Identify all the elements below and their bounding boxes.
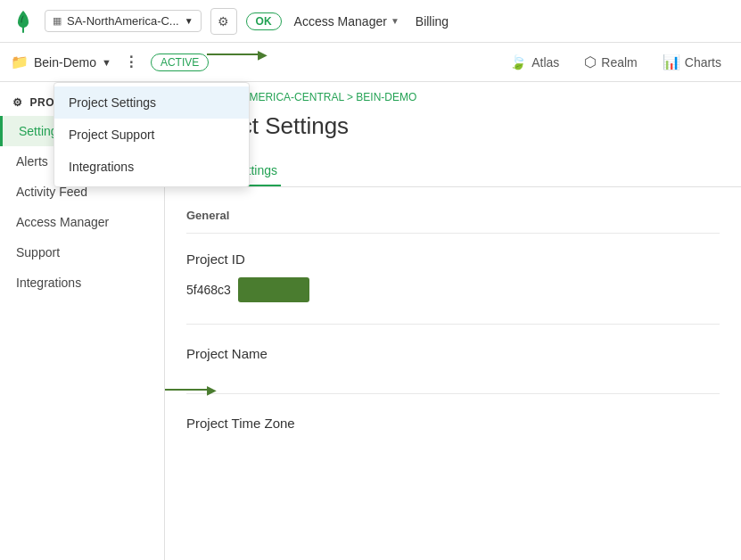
realm-tab[interactable]: ⬡ Realm: [575, 43, 646, 82]
settings-gear-button[interactable]: ⚙: [210, 8, 237, 35]
project-id-row: 5f468c3: [186, 277, 720, 302]
charts-tab[interactable]: 📊 Charts: [654, 43, 730, 82]
sidebar-item-access-manager[interactable]: Access Manager: [0, 207, 164, 237]
project-id-field: Project ID 5f468c3: [186, 251, 720, 325]
realm-icon: ⬡: [584, 54, 597, 70]
project-id-value: 5f468c3: [186, 283, 231, 297]
sidebar-gear-icon: ⚙: [12, 96, 23, 109]
atlas-label: Atlas: [531, 55, 559, 70]
org-name: SA-NorthAmerica-C...: [67, 14, 179, 28]
project-id-arrow-indicator: [165, 389, 210, 391]
gear-icon: ⚙: [218, 14, 229, 29]
page-title: Project Settings: [165, 112, 741, 154]
org-selector[interactable]: ▦ SA-NorthAmerica-C... ▼: [45, 10, 202, 32]
org-chevron-icon: ▼: [185, 16, 193, 26]
section-general-label: General: [186, 209, 720, 234]
copy-id-button[interactable]: [238, 277, 309, 302]
dropdown-item-integrations[interactable]: Integrations: [54, 151, 249, 183]
access-manager-label: Access Manager: [294, 14, 387, 29]
dropdown-item-project-settings[interactable]: Project Settings: [54, 86, 249, 119]
ok-status-badge: OK: [246, 12, 282, 30]
mongodb-logo: [11, 9, 36, 34]
project-timezone-field: Project Time Zone: [186, 416, 720, 463]
folder-icon: 📁: [11, 54, 29, 70]
sidebar-item-support[interactable]: Support: [0, 237, 164, 268]
content-tabs: Project Settings: [165, 154, 741, 187]
billing-nav[interactable]: Billing: [416, 14, 449, 29]
content-area: SA-NORTHAMERICA-CENTRAL > BEIN-DEMO Proj…: [165, 82, 741, 560]
access-manager-nav[interactable]: Access Manager ▼: [291, 14, 403, 29]
charts-icon: 📊: [663, 54, 680, 70]
project-name-label: Project Name: [186, 346, 720, 361]
charts-label: Charts: [685, 55, 721, 70]
project-chevron-icon: ▼: [102, 57, 111, 68]
sidebar-item-integrations[interactable]: Integrations: [0, 268, 164, 298]
project-name: Bein-Demo: [34, 55, 96, 70]
settings-section: General Project ID 5f468c3 Project Name …: [165, 187, 741, 463]
project-id-label: Project ID: [186, 251, 720, 267]
project-timezone-label: Project Time Zone: [186, 416, 720, 431]
atlas-icon: 🍃: [509, 54, 527, 70]
access-manager-chevron-icon: ▼: [391, 16, 399, 26]
project-name-field: Project Name: [186, 346, 720, 394]
org-icon: ▦: [53, 15, 62, 27]
atlas-tab[interactable]: 🍃 Atlas: [500, 43, 568, 82]
dropdown-arrow-indicator: [207, 54, 260, 55]
project-dropdown-menu: Project Settings Project Support Integra…: [54, 82, 250, 187]
second-bar: 📁 Bein-Demo ▼ ⋮ ACTIVE 🍃 Atlas ⬡ Realm 📊…: [0, 43, 741, 82]
project-selector[interactable]: 📁 Bein-Demo ▼: [11, 54, 111, 70]
top-bar: ▦ SA-NorthAmerica-C... ▼ ⚙ OK Access Man…: [0, 0, 741, 43]
more-options-button[interactable]: ⋮: [119, 50, 144, 75]
breadcrumb: SA-NORTHAMERICA-CENTRAL > BEIN-DEMO: [165, 82, 741, 112]
active-status-badge: ACTIVE: [151, 54, 209, 71]
realm-label: Realm: [601, 55, 637, 70]
dropdown-item-project-support[interactable]: Project Support: [54, 119, 249, 151]
